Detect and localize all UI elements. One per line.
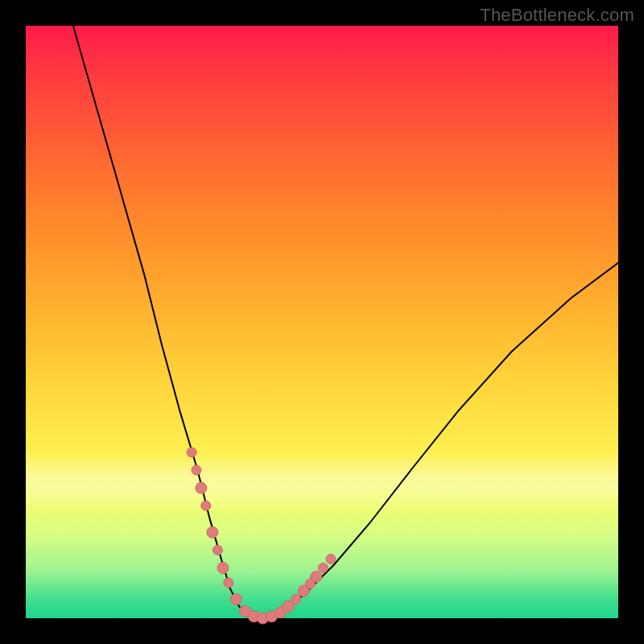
watermark-text: TheBottleneck.com [480, 5, 634, 26]
marker-dot [213, 545, 222, 555]
marker-dot [230, 593, 242, 605]
chart-svg [26, 26, 618, 618]
v-curve-path [73, 26, 618, 618]
marker-dot [318, 563, 328, 572]
markers-group [187, 448, 336, 624]
marker-dot [217, 562, 229, 573]
marker-dot [187, 448, 196, 457]
marker-dot [201, 501, 211, 510]
marker-dot [192, 465, 201, 475]
chart-stage: TheBottleneck.com [0, 0, 644, 644]
marker-dot [311, 571, 322, 582]
plot-frame [26, 26, 618, 618]
marker-dot [207, 526, 218, 538]
marker-dot [224, 578, 233, 588]
marker-dot [196, 482, 207, 493]
marker-dot [326, 554, 336, 564]
marker-dot [291, 594, 301, 604]
